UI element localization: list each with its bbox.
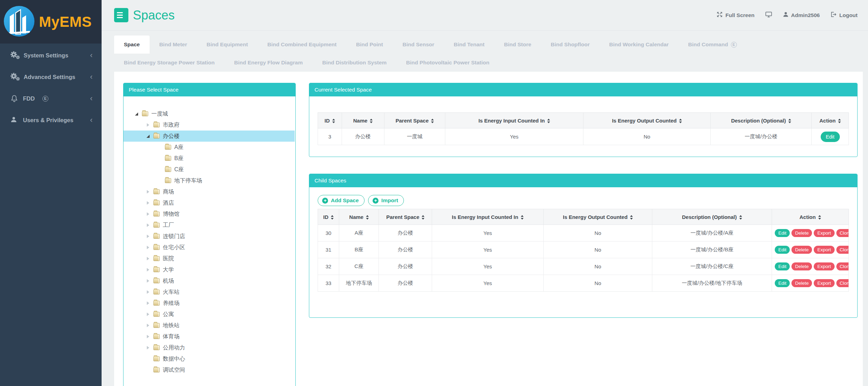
tree-caret-closed-icon[interactable] [145,201,150,205]
edit-button[interactable]: Edit [775,229,790,237]
tree-node[interactable]: 博物馆 [124,208,295,220]
tree-caret-closed-icon[interactable] [145,279,150,283]
sort-icon[interactable] [331,215,334,220]
sort-icon[interactable] [838,119,841,123]
tree-node[interactable]: 市政府 [124,119,295,131]
tree-caret-closed-icon[interactable] [145,123,150,127]
tab-bind-point[interactable]: Bind Point [347,36,393,54]
tab-bind-store[interactable]: Bind Store [494,36,541,54]
tab-bind-energy-flow-diagram[interactable]: Bind Energy Flow Diagram [224,54,312,72]
tree-caret-closed-icon[interactable] [145,301,150,305]
delete-button[interactable]: Delete [791,262,812,270]
tree-node[interactable]: 数据中心 [124,353,295,364]
clone-button[interactable]: Clone [836,229,849,237]
tab-bind-command[interactable]: Bind CommandE [678,36,747,54]
tree-node[interactable]: 医院 [124,253,295,264]
edit-button[interactable]: Edit [821,132,840,142]
import-button[interactable]: +Import [368,195,404,206]
tab-bind-sensor[interactable]: Bind Sensor [393,36,444,54]
tree-node[interactable]: 养殖场 [124,298,295,309]
logout-button[interactable]: Logout [830,11,858,19]
tab-bind-shopfloor[interactable]: Bind Shopfloor [541,36,599,54]
fullscreen-button[interactable]: Full Screen [716,11,755,19]
sort-icon[interactable] [630,215,633,220]
tree-caret-closed-icon[interactable] [145,223,150,227]
sort-icon[interactable] [422,215,424,220]
tab-bind-meter[interactable]: Bind Meter [150,36,197,54]
tree-caret-open-icon[interactable] [134,112,139,116]
tree-node[interactable]: 一度城 [124,108,295,119]
tree-caret-closed-icon[interactable] [145,257,150,260]
tree-node[interactable]: 体育场 [124,331,295,342]
user-menu[interactable]: Admin2506 [783,11,820,19]
tree-caret-closed-icon[interactable] [145,268,150,271]
tree-node[interactable]: 酒店 [124,197,295,208]
tree-caret-closed-icon[interactable] [145,290,150,294]
tree-node[interactable]: 机场 [124,275,295,286]
tree-node[interactable]: 调试空间 [124,364,295,376]
tree-node[interactable]: 商场 [124,186,295,197]
tree-node[interactable]: 公用动力 [124,342,295,353]
app-logo[interactable]: MyEMS [0,0,102,44]
tab-bind-distribution-system[interactable]: Bind Distribution System [312,54,396,72]
sidebar-item-advanced-settings[interactable]: Advanced Settings‹ [0,66,102,88]
tree-node[interactable]: 地铁站 [124,320,295,331]
export-button[interactable]: Export [814,246,834,254]
export-button[interactable]: Export [814,279,834,287]
tab-bind-combined-equipment[interactable]: Bind Combined Equipment [258,36,347,54]
sort-icon[interactable] [818,215,821,220]
tab-bind-tenant[interactable]: Bind Tenant [444,36,494,54]
sidebar-item-users-privileges[interactable]: Users & Privileges‹ [0,109,102,131]
sort-icon[interactable] [679,119,682,123]
tree-caret-closed-icon[interactable] [145,246,150,249]
tree-caret-closed-icon[interactable] [145,346,150,349]
edit-button[interactable]: Edit [775,262,790,270]
add-space-button[interactable]: +Add Space [318,195,365,206]
tree-caret-open-icon[interactable] [145,135,150,138]
tree-node[interactable]: 大学 [124,264,295,275]
sort-icon[interactable] [521,215,524,220]
tab-bind-working-calendar[interactable]: Bind Working Calendar [599,36,678,54]
export-button[interactable]: Export [814,229,834,237]
tab-space[interactable]: Space [114,36,150,54]
export-button[interactable]: Export [814,262,834,270]
sidebar-item-fdd[interactable]: FDDE‹ [0,88,102,109]
tree-caret-closed-icon[interactable] [145,324,150,327]
tree-caret-closed-icon[interactable] [145,235,150,238]
tree-node[interactable]: 办公楼 [124,131,295,142]
tab-bind-equipment[interactable]: Bind Equipment [197,36,258,54]
delete-button[interactable]: Delete [791,229,812,237]
menu-toggle-button[interactable] [114,8,128,22]
tab-bind-energy-storage-power-station[interactable]: Bind Energy Storage Power Station [114,54,224,72]
sort-icon[interactable] [332,119,335,123]
delete-button[interactable]: Delete [791,279,812,287]
clone-button[interactable]: Clone [836,279,849,287]
tree-node[interactable]: C座 [124,164,295,175]
monitor-button[interactable] [765,11,772,19]
tree-caret-closed-icon[interactable] [145,212,150,216]
tree-node[interactable]: B座 [124,153,295,164]
tree-node[interactable]: A座 [124,142,295,153]
sort-icon[interactable] [739,215,742,220]
delete-button[interactable]: Delete [791,246,812,254]
tree-caret-closed-icon[interactable] [145,190,150,194]
tree-node[interactable]: 公寓 [124,309,295,320]
edit-button[interactable]: Edit [775,246,790,254]
tree-caret-closed-icon[interactable] [145,335,150,338]
sort-icon[interactable] [370,119,373,123]
tree-node[interactable]: 住宅小区 [124,242,295,253]
edit-button[interactable]: Edit [775,279,790,287]
sort-icon[interactable] [431,119,434,123]
tree-node[interactable]: 火车站 [124,286,295,298]
tab-bind-photovoltaic-power-station[interactable]: Bind Photovoltaic Power Station [396,54,499,72]
tree-node[interactable]: 地下停车场 [124,175,295,186]
clone-button[interactable]: Clone [836,246,849,254]
tree-caret-closed-icon[interactable] [145,313,150,316]
tree-node[interactable]: 连锁门店 [124,231,295,242]
tree-node[interactable]: 工厂 [124,220,295,231]
sort-icon[interactable] [547,119,550,123]
sort-icon[interactable] [366,215,369,220]
sidebar-item-system-settings[interactable]: System Settings‹ [0,45,102,66]
sort-icon[interactable] [788,119,791,123]
clone-button[interactable]: Clone [836,262,849,270]
